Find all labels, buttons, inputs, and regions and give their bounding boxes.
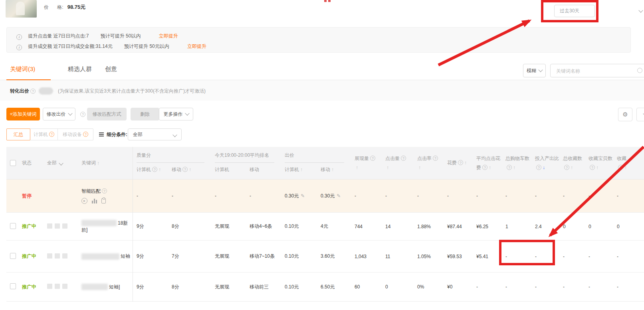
row-checkbox[interactable] xyxy=(10,283,16,289)
modify-bid-button[interactable]: 修改出价 xyxy=(43,108,75,120)
cell-clipped: - xyxy=(613,284,644,290)
column-header-ctr[interactable]: 点击率 xyxy=(413,147,443,179)
delete-button[interactable]: 删除 xyxy=(131,108,159,120)
help-icon xyxy=(507,165,512,170)
sort-up-icon xyxy=(331,167,334,172)
cell-avg-cpc: - xyxy=(472,193,501,199)
chevron-down-icon xyxy=(59,161,63,165)
price-value: 98.75元 xyxy=(67,4,86,10)
notice-estimate: 预计可提升 50以内 xyxy=(101,33,141,39)
column-header-clicks[interactable]: 点击量 xyxy=(381,147,413,179)
collapse-button[interactable] xyxy=(636,108,644,121)
cell-ctr: 0% xyxy=(413,284,443,290)
product-price: 价 格:98.75元 xyxy=(44,4,85,11)
play-icon[interactable] xyxy=(81,198,87,204)
column-header-avg-cpc[interactable]: 平均点击花费 xyxy=(472,147,501,179)
subcol-bid-mobile[interactable]: 移动 xyxy=(317,166,334,173)
help-icon[interactable] xyxy=(30,89,36,94)
report-icon[interactable] xyxy=(101,198,106,203)
help-icon[interactable] xyxy=(80,112,85,117)
cell-item-favorites: 0 xyxy=(585,224,613,229)
notice-text: 提升点击量 近7日日均点击:7 xyxy=(28,33,89,39)
cell-clicks: 11 xyxy=(381,254,413,259)
row-checkbox[interactable] xyxy=(10,223,16,229)
keyword-search-input[interactable] xyxy=(555,65,633,77)
help-icon xyxy=(182,167,188,172)
subcol-rank-mobile: 移动 xyxy=(246,166,259,173)
blurred-device-icon xyxy=(47,253,52,259)
status-filter-dropdown[interactable]: 全部 xyxy=(44,147,78,179)
cell-item-favorites: - xyxy=(585,193,613,199)
column-header-keyword[interactable]: 关键词 xyxy=(78,147,133,179)
tab-keywords[interactable]: 关键词(3) xyxy=(10,65,35,73)
chart-icon[interactable] xyxy=(92,199,97,203)
help-icon xyxy=(401,156,406,161)
view-tab-mobile[interactable]: 移动设备 xyxy=(57,128,93,140)
sort-up-icon xyxy=(513,165,515,170)
column-header-favorites[interactable]: 总收藏数 xyxy=(559,147,585,179)
column-header-impressions[interactable]: 展现量 xyxy=(351,147,381,179)
blurred-keyword xyxy=(81,253,119,260)
column-header-cost[interactable]: 花费 xyxy=(443,147,472,179)
keyword-name: 智能匹配 xyxy=(81,188,101,194)
blurred-device-icon xyxy=(62,223,67,229)
cell-clicks: 14 xyxy=(381,224,413,229)
price-label: 价 格: xyxy=(44,4,63,10)
cell-quality-mobile: 7分 xyxy=(168,253,211,260)
tab-creative[interactable]: 创意 xyxy=(105,65,117,73)
keyword-name: 短袖] xyxy=(109,284,120,290)
more-actions-button[interactable]: 更多操作 xyxy=(159,108,193,120)
match-mode-dropdown[interactable]: 模糊 xyxy=(523,64,546,77)
cell-rank-pc: 无展现 xyxy=(211,284,246,290)
help-icon[interactable] xyxy=(102,188,107,194)
add-keyword-button[interactable]: +添加关键词 xyxy=(6,108,40,120)
cell-bid-mobile: 4元 xyxy=(317,223,351,230)
cell-bid-mobile: 6.50元 xyxy=(317,284,351,290)
cell-rank-pc: 无展现 xyxy=(211,253,246,260)
conversion-bid-toggle[interactable] xyxy=(39,87,53,95)
cell-clipped: - xyxy=(613,254,644,259)
column-header-item-favorites[interactable]: 收藏宝贝数 xyxy=(585,147,613,179)
cell-bid-mobile: 3.60元 xyxy=(317,253,351,260)
date-range-select[interactable]: 过去30天 xyxy=(554,5,595,17)
subcol-bid-pc[interactable]: 计算机 xyxy=(281,166,317,173)
cell-favorites: - xyxy=(559,193,585,199)
sort-up-icon xyxy=(489,165,491,170)
keyword-name: 短袖 xyxy=(121,253,130,259)
column-header-clipped[interactable]: 收藏 xyxy=(613,147,644,179)
tab-audience[interactable]: 精选人群 xyxy=(68,65,92,73)
sort-up-icon xyxy=(356,165,358,170)
table-row-smart-match: 暂停 智能匹配 - - - - 0.30元 0.30元 - - - - - - … xyxy=(6,180,644,213)
modify-match-button[interactable]: 修改匹配方式 xyxy=(87,108,127,120)
sort-up-icon xyxy=(464,160,467,166)
clipped-red-tag xyxy=(324,0,327,2)
chevron-down-icon[interactable] xyxy=(638,8,643,12)
cell-carts: - xyxy=(501,254,531,259)
edit-bid-icon[interactable] xyxy=(337,193,341,199)
column-header-roi[interactable]: 投入产出比 xyxy=(531,147,559,179)
search-icon[interactable] xyxy=(637,68,642,73)
cell-carts: 1 xyxy=(501,224,531,229)
column-header-carts[interactable]: 总购物车数 xyxy=(501,147,531,179)
info-icon xyxy=(16,34,22,40)
help-icon xyxy=(83,132,88,137)
cell-cost: ¥59.53 xyxy=(443,254,472,259)
product-image xyxy=(6,0,37,18)
cell-cost: ¥87.44 xyxy=(443,224,472,229)
subcol-quality-pc[interactable]: 计算机 xyxy=(133,166,168,173)
help-icon xyxy=(152,167,157,172)
chevron-down-icon xyxy=(172,132,177,137)
view-tab-summary[interactable]: 汇总 xyxy=(6,128,30,140)
conversion-bid-label: 转化出价 xyxy=(10,88,29,95)
view-tab-pc[interactable]: 计算机 xyxy=(30,128,58,140)
segment-condition-select[interactable]: 全部 xyxy=(128,128,182,140)
column-settings-button[interactable]: ⚙ xyxy=(618,108,632,121)
cell-impressions: - xyxy=(351,193,381,199)
select-all-checkbox[interactable] xyxy=(10,160,16,166)
boost-now-link[interactable]: 立即提升 xyxy=(187,43,206,49)
edit-bid-icon[interactable] xyxy=(301,193,305,199)
boost-now-link[interactable]: 立即提升 xyxy=(159,33,178,39)
subcol-quality-mobile[interactable]: 移动 xyxy=(168,166,191,173)
row-checkbox[interactable] xyxy=(10,253,16,259)
help-icon xyxy=(564,165,569,170)
